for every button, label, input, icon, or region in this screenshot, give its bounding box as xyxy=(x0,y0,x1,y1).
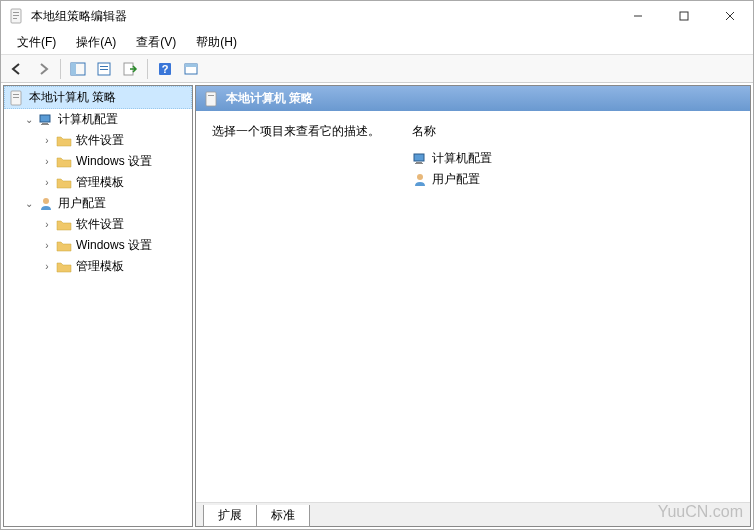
svg-rect-23 xyxy=(41,124,49,125)
description-text: 选择一个项目来查看它的描述。 xyxy=(212,123,412,140)
tree-label: 管理模板 xyxy=(76,258,124,275)
computer-icon xyxy=(38,112,54,128)
svg-rect-27 xyxy=(414,154,424,161)
tree-user-templates[interactable]: › 管理模板 xyxy=(4,256,192,277)
tree-label: 软件设置 xyxy=(76,132,124,149)
app-icon xyxy=(9,8,25,24)
collapse-icon[interactable]: ⌄ xyxy=(22,113,36,127)
tree-user-config[interactable]: ⌄ 用户配置 xyxy=(4,193,192,214)
show-hide-tree-button[interactable] xyxy=(66,57,90,81)
user-icon xyxy=(412,172,428,188)
svg-rect-17 xyxy=(185,64,197,67)
svg-rect-29 xyxy=(415,163,423,164)
svg-point-30 xyxy=(417,174,423,180)
window-title: 本地组策略编辑器 xyxy=(31,8,615,25)
svg-rect-11 xyxy=(100,66,108,67)
items-pane: 名称 计算机配置 用户配置 xyxy=(412,123,734,490)
tree-label: 软件设置 xyxy=(76,216,124,233)
folder-icon xyxy=(56,154,72,170)
maximize-button[interactable] xyxy=(661,1,707,31)
svg-rect-5 xyxy=(680,12,688,20)
user-icon xyxy=(38,196,54,212)
toolbar: ? xyxy=(1,55,753,83)
tab-strip: 扩展 标准 xyxy=(196,502,750,526)
policy-icon xyxy=(204,91,220,107)
list-item-label: 计算机配置 xyxy=(432,150,492,167)
menu-action[interactable]: 操作(A) xyxy=(66,31,126,54)
main-panel: 本地计算机 策略 选择一个项目来查看它的描述。 名称 计算机配置 用户配置 xyxy=(195,85,751,527)
folder-icon xyxy=(56,259,72,275)
menu-view[interactable]: 查看(V) xyxy=(126,31,186,54)
help-button[interactable]: ? xyxy=(153,57,177,81)
toolbar-separator xyxy=(60,59,61,79)
folder-icon xyxy=(56,217,72,233)
tree-computer-windows[interactable]: › Windows 设置 xyxy=(4,151,192,172)
folder-icon xyxy=(56,238,72,254)
tree-panel[interactable]: 本地计算机 策略 ⌄ 计算机配置 › 软件设置 › Windows 设置 › 管… xyxy=(3,85,193,527)
svg-point-24 xyxy=(43,198,49,204)
tree-root-label: 本地计算机 策略 xyxy=(29,89,116,106)
tree-computer-templates[interactable]: › 管理模板 xyxy=(4,172,192,193)
export-button[interactable] xyxy=(118,57,142,81)
list-item-label: 用户配置 xyxy=(432,171,480,188)
panel-header: 本地计算机 策略 xyxy=(196,86,750,111)
svg-rect-2 xyxy=(13,15,19,16)
list-item-computer[interactable]: 计算机配置 xyxy=(412,148,734,169)
forward-button[interactable] xyxy=(31,57,55,81)
toolbar-separator xyxy=(147,59,148,79)
menubar: 文件(F) 操作(A) 查看(V) 帮助(H) xyxy=(1,31,753,55)
svg-rect-20 xyxy=(13,97,19,98)
list-item-user[interactable]: 用户配置 xyxy=(412,169,734,190)
expand-icon[interactable]: › xyxy=(40,155,54,169)
svg-rect-26 xyxy=(208,95,214,96)
expand-icon[interactable]: › xyxy=(40,134,54,148)
tree-label: Windows 设置 xyxy=(76,237,152,254)
computer-icon xyxy=(412,151,428,167)
tab-standard[interactable]: 标准 xyxy=(256,505,310,527)
folder-icon xyxy=(56,175,72,191)
tree-label: 用户配置 xyxy=(58,195,106,212)
svg-rect-12 xyxy=(100,69,108,70)
menu-file[interactable]: 文件(F) xyxy=(7,31,66,54)
menu-help[interactable]: 帮助(H) xyxy=(186,31,247,54)
tree-root[interactable]: 本地计算机 策略 xyxy=(4,86,192,109)
expand-icon[interactable]: › xyxy=(40,260,54,274)
tree-computer-config[interactable]: ⌄ 计算机配置 xyxy=(4,109,192,130)
svg-rect-25 xyxy=(206,92,216,106)
policy-icon xyxy=(9,90,25,106)
collapse-icon[interactable]: ⌄ xyxy=(22,197,36,211)
tab-extended[interactable]: 扩展 xyxy=(203,505,257,527)
svg-rect-22 xyxy=(42,123,48,124)
main-window: 本地组策略编辑器 文件(F) 操作(A) 查看(V) 帮助(H) ? 本地计算机… xyxy=(0,0,754,530)
tree-label: 计算机配置 xyxy=(58,111,118,128)
minimize-button[interactable] xyxy=(615,1,661,31)
expand-icon[interactable]: › xyxy=(40,239,54,253)
description-pane: 选择一个项目来查看它的描述。 xyxy=(212,123,412,490)
properties-button[interactable] xyxy=(92,57,116,81)
panel-header-text: 本地计算机 策略 xyxy=(226,90,313,107)
column-name[interactable]: 名称 xyxy=(412,123,734,140)
expand-icon[interactable]: › xyxy=(40,176,54,190)
tree-user-software[interactable]: › 软件设置 xyxy=(4,214,192,235)
svg-rect-3 xyxy=(13,18,17,19)
titlebar: 本地组策略编辑器 xyxy=(1,1,753,31)
svg-rect-19 xyxy=(13,94,19,95)
svg-rect-28 xyxy=(416,162,422,163)
tree-computer-software[interactable]: › 软件设置 xyxy=(4,130,192,151)
svg-rect-21 xyxy=(40,115,50,122)
options-button[interactable] xyxy=(179,57,203,81)
detail-area: 选择一个项目来查看它的描述。 名称 计算机配置 用户配置 xyxy=(196,111,750,502)
svg-text:?: ? xyxy=(162,63,169,75)
tree-label: Windows 设置 xyxy=(76,153,152,170)
close-button[interactable] xyxy=(707,1,753,31)
tree-user-windows[interactable]: › Windows 设置 xyxy=(4,235,192,256)
folder-icon xyxy=(56,133,72,149)
back-button[interactable] xyxy=(5,57,29,81)
content-area: 本地计算机 策略 ⌄ 计算机配置 › 软件设置 › Windows 设置 › 管… xyxy=(1,83,753,529)
tree-label: 管理模板 xyxy=(76,174,124,191)
svg-rect-1 xyxy=(13,12,19,13)
window-controls xyxy=(615,1,753,31)
svg-rect-9 xyxy=(71,63,76,75)
expand-icon[interactable]: › xyxy=(40,218,54,232)
